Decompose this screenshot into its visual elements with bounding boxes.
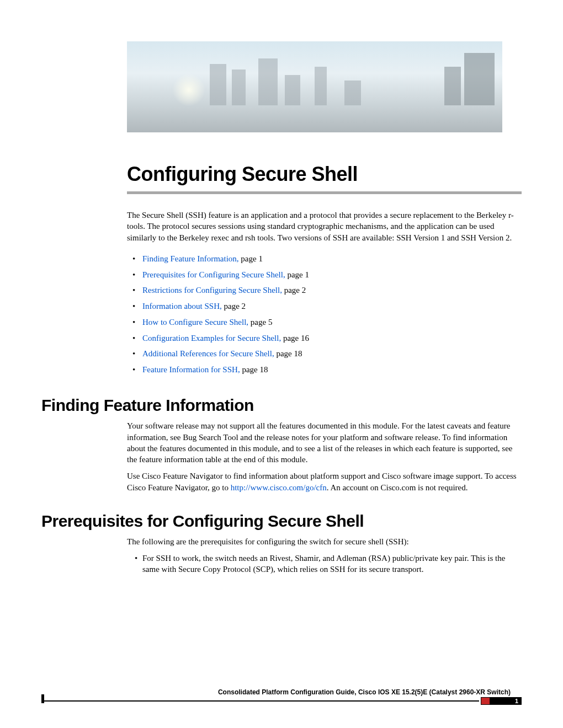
toc-link[interactable]: Configuration Examples for Secure Shell,… xyxy=(142,334,309,342)
page-footer: Consolidated Platform Configuration Guid… xyxy=(41,688,522,705)
section-heading-finding-feature: Finding Feature Information xyxy=(41,396,522,415)
page-number: 1 xyxy=(490,697,522,705)
toc-item: Information about SSH, page 2 xyxy=(142,301,522,312)
toc-link[interactable]: Finding Feature Information, page 1 xyxy=(142,254,263,263)
toc-item: Feature Information for SSH, page 18 xyxy=(142,364,522,375)
toc-link[interactable]: Feature Information for SSH, page 18 xyxy=(142,365,268,374)
toc-link[interactable]: Additional References for Secure Shell, … xyxy=(142,349,302,358)
toc-link[interactable]: Information about SSH, page 2 xyxy=(142,302,246,311)
toc-link[interactable]: Restrictions for Configuring Secure Shel… xyxy=(142,286,306,295)
toc-item: Additional References for Secure Shell, … xyxy=(142,348,522,359)
chapter-title: Configuring Secure Shell xyxy=(127,163,522,194)
toc-link[interactable]: How to Configure Secure Shell, page 5 xyxy=(142,318,272,326)
toc-item: Restrictions for Configuring Secure Shel… xyxy=(142,285,522,296)
footer-color-swatch xyxy=(481,697,490,705)
toc-item: Prerequisites for Configuring Secure She… xyxy=(142,269,522,280)
list-item: For SSH to work, the switch needs an Riv… xyxy=(142,553,522,575)
hero-cityscape-image xyxy=(127,41,502,132)
prerequisites-list: For SSH to work, the switch needs an Riv… xyxy=(142,553,522,575)
toc-item: Configuration Examples for Secure Shell,… xyxy=(142,333,522,344)
section1-paragraph: Use Cisco Feature Navigator to find info… xyxy=(127,470,522,493)
footer-guide-title: Consolidated Platform Configuration Guid… xyxy=(41,688,522,696)
section2-paragraph: The following are the prerequisites for … xyxy=(127,536,522,547)
intro-paragraph: The Secure Shell (SSH) feature is an app… xyxy=(127,210,522,243)
section1-paragraph: Your software release may not support al… xyxy=(127,420,522,465)
section-heading-prerequisites: Prerequisites for Configuring Secure She… xyxy=(41,512,522,531)
cfn-link[interactable]: http://www.cisco.com/go/cfn xyxy=(231,483,327,492)
table-of-contents: Finding Feature Information, page 1 Prer… xyxy=(142,253,522,376)
toc-item: Finding Feature Information, page 1 xyxy=(142,253,522,264)
toc-link[interactable]: Prerequisites for Configuring Secure She… xyxy=(142,270,309,279)
toc-item: How to Configure Secure Shell, page 5 xyxy=(142,317,522,328)
